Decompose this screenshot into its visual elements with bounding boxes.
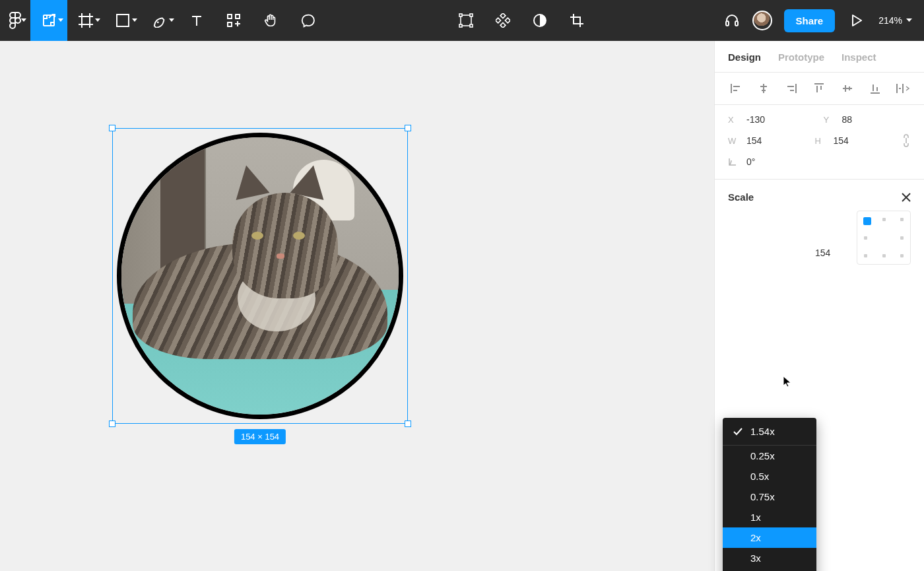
align-left-button[interactable] [728,81,744,96]
canvas-area[interactable]: 154 × 154 [0,41,714,571]
pen-tool-button[interactable] [141,0,178,41]
play-icon [851,15,862,26]
link-dimensions-button[interactable] [902,134,911,147]
dropdown-option-2[interactable]: 0.75x [723,487,816,507]
tab-design[interactable]: Design [728,51,761,63]
dropdown-option-4[interactable]: 2x [723,527,816,548]
audio-button[interactable] [717,0,747,41]
dimension-badge: 154 × 154 [234,429,286,444]
svg-rect-18 [496,18,501,23]
align-left-icon [730,83,742,94]
align-right-icon [785,83,797,94]
align-bottom-button[interactable] [867,81,883,96]
dropdown-option-1[interactable]: 0.5x [723,466,816,487]
scale-tool-icon [41,13,57,28]
tab-prototype[interactable]: Prototype [778,51,824,63]
scale-width-value[interactable]: 154 [815,248,830,258]
mask-button[interactable] [521,0,558,41]
selection-handle-br[interactable] [405,420,411,427]
prop-h-label: H [815,136,826,146]
prop-x-label: X [728,115,739,125]
scale-tool-button[interactable] [30,0,67,41]
frame-tool-button[interactable] [67,0,104,41]
panel-tabs: Design Prototype Inspect [715,41,924,73]
comment-tool-button[interactable] [289,0,326,41]
dropdown-current-item[interactable]: 1.54x [723,418,816,446]
hand-icon [263,13,278,28]
zoom-value: 214% [878,15,902,26]
selection-box[interactable]: 154 × 154 [112,128,408,424]
prop-angle-label [728,157,739,166]
selection-handle-tr[interactable] [405,125,411,131]
crop-button[interactable] [558,0,595,41]
svg-rect-17 [500,22,506,28]
link-icon [902,134,911,147]
text-icon [190,14,203,27]
group-selection-icon [459,13,473,28]
constraint-anchor-tl[interactable] [863,217,871,225]
hand-tool-button[interactable] [252,0,289,41]
distribute-button[interactable] [895,81,911,96]
dropdown-option-3[interactable]: 1x [723,507,816,527]
dropdown-current-label: 1.54x [750,426,775,437]
prop-angle-value[interactable]: 0° [746,156,755,167]
share-button[interactable]: Share [784,9,836,32]
align-top-button[interactable] [811,81,827,96]
svg-rect-16 [500,13,506,18]
dropdown-option-0[interactable]: 0.25x [723,446,816,466]
component-icon [496,13,510,28]
prop-w-label: W [728,136,739,146]
toolbar-center-tools [447,0,595,41]
svg-rect-8 [228,15,232,18]
align-hcenter-button[interactable] [756,81,772,96]
align-right-button[interactable] [783,81,799,96]
text-tool-button[interactable] [178,0,215,41]
cat-photo-placeholder [121,137,399,415]
selection-handle-tl[interactable] [109,125,116,131]
dropdown-option-6[interactable]: 4x [723,568,816,571]
svg-rect-22 [735,21,738,26]
comment-icon [300,13,315,28]
resources-icon [227,14,240,27]
svg-rect-1 [44,15,54,26]
frame-icon [79,13,93,28]
alignment-row [715,73,924,105]
shape-tool-button[interactable] [104,0,141,41]
tab-inspect[interactable]: Inspect [842,51,876,63]
prop-w-value[interactable]: 154 [746,135,762,146]
user-avatar[interactable] [752,11,772,30]
pen-icon [152,13,167,28]
crop-icon [570,13,584,28]
svg-rect-6 [117,15,129,26]
svg-rect-12 [459,14,462,17]
prop-y-value[interactable]: 88 [842,114,853,125]
align-bottom-icon [869,83,881,94]
transform-section: X -130 Y 88 W 154 H 154 [715,105,924,180]
figma-logo-icon [9,12,21,29]
present-button[interactable] [842,0,872,41]
svg-rect-10 [228,22,232,26]
dropdown-option-5[interactable]: 3x [723,548,816,568]
svg-rect-21 [726,21,729,26]
create-component-button[interactable] [484,0,521,41]
close-icon [902,193,911,202]
align-vcenter-button[interactable] [840,81,855,96]
svg-rect-13 [470,14,473,17]
zoom-control[interactable]: 214% [872,15,924,26]
selection-handle-bl[interactable] [109,420,116,427]
mask-icon [533,13,547,28]
prop-h-value[interactable]: 154 [834,135,849,146]
chevron-down-icon [906,18,912,22]
prop-x-value[interactable]: -130 [746,114,765,125]
selected-circle-image[interactable] [117,133,403,419]
scale-multiplier-dropdown[interactable]: 1.54x 0.25x 0.5x 0.75x 1x 2x 3x 4x 5x 10… [723,418,816,571]
figma-menu-button[interactable] [0,0,30,41]
close-scale-button[interactable] [902,193,911,202]
check-icon [733,428,742,436]
align-hcenter-icon [758,83,770,94]
component-tool-button[interactable] [447,0,484,41]
align-top-icon [813,83,825,94]
resources-tool-button[interactable] [215,0,252,41]
top-toolbar: Share 214% [0,0,924,41]
constraints-widget[interactable] [857,211,911,265]
